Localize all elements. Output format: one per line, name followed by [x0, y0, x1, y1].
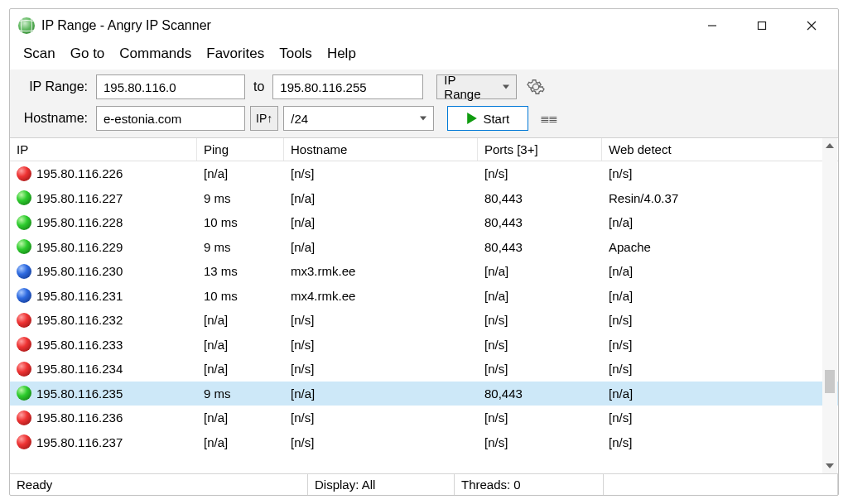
cell-hostname: [n/a]	[284, 210, 478, 235]
cell-ping: 9 ms	[197, 186, 284, 211]
cell-ports: [n/s]	[478, 430, 602, 455]
start-label: Start	[483, 112, 509, 126]
vertical-scrollbar[interactable]	[822, 138, 837, 473]
cell-ping: 9 ms	[197, 382, 284, 406]
col-header-ping[interactable]: Ping	[197, 138, 284, 161]
cell-hostname: mx3.rmk.ee	[284, 259, 478, 284]
menu-help[interactable]: Help	[320, 44, 363, 64]
status-dot-icon	[17, 264, 31, 279]
status-dot-icon	[17, 166, 31, 181]
fetchers-button[interactable]: ≣≣	[538, 106, 561, 131]
cell-ports: [n/a]	[478, 259, 602, 284]
status-dot-icon	[17, 386, 31, 401]
status-dot-icon	[17, 288, 31, 303]
cell-hostname: [n/s]	[284, 161, 478, 186]
cell-ip: 195.80.116.231	[36, 289, 123, 303]
col-header-web[interactable]: Web detect	[602, 138, 838, 161]
start-button[interactable]: Start	[447, 106, 528, 131]
col-header-ip[interactable]: IP	[10, 138, 197, 161]
cell-web: [n/s]	[602, 357, 838, 382]
minimize-button[interactable]	[687, 11, 737, 41]
table-row[interactable]: 195.80.116.22810 ms[n/a]80,443[n/a]	[10, 210, 838, 235]
cell-ports: [n/s]	[478, 161, 602, 186]
feeder-select[interactable]: IP Range	[436, 74, 517, 99]
table-header: IP Ping Hostname Ports [3+] Web detect	[10, 138, 838, 161]
cell-ping: [n/a]	[197, 333, 284, 358]
ip-start-input[interactable]	[96, 74, 245, 99]
table-row[interactable]: 195.80.116.232[n/a][n/s][n/s][n/s]	[10, 308, 838, 333]
menu-favorites[interactable]: Favorites	[200, 44, 271, 64]
cell-web: Apache	[602, 235, 838, 260]
cell-ip: 195.80.116.227	[36, 191, 123, 205]
hostname-label: Hostname:	[18, 111, 91, 126]
cell-ip: 195.80.116.229	[36, 240, 123, 254]
cell-ports: [n/s]	[478, 357, 602, 382]
cell-hostname: [n/s]	[284, 430, 478, 455]
col-header-hostname[interactable]: Hostname	[284, 138, 478, 161]
status-ready: Ready	[10, 474, 308, 495]
statusbar: Ready Display: All Threads: 0	[10, 473, 838, 495]
cell-ip: 195.80.116.237	[36, 435, 123, 449]
table-row[interactable]: 195.80.116.2279 ms[n/a]80,443Resin/4.0.3…	[10, 186, 838, 211]
close-button[interactable]	[787, 11, 836, 41]
app-icon	[18, 17, 35, 34]
hostname-input[interactable]	[96, 106, 245, 131]
cell-ip: 195.80.116.226	[36, 166, 123, 180]
svg-rect-1	[759, 22, 766, 30]
maximize-button[interactable]	[737, 11, 787, 41]
table-row[interactable]: 195.80.116.226[n/a][n/s][n/s][n/s]	[10, 161, 838, 186]
titlebar: IP Range - Angry IP Scanner	[10, 9, 838, 42]
status-dot-icon	[17, 410, 31, 425]
cell-hostname: mx4.rmk.ee	[284, 284, 478, 309]
status-dot-icon	[17, 215, 31, 230]
menu-scan[interactable]: Scan	[17, 44, 62, 64]
table-row[interactable]: 195.80.116.236[n/a][n/s][n/s][n/s]	[10, 406, 838, 430]
table-row[interactable]: 195.80.116.23110 msmx4.rmk.ee[n/a][n/a]	[10, 284, 838, 309]
menu-commands[interactable]: Commands	[113, 44, 198, 64]
cell-ports: 80,443	[478, 210, 602, 235]
cell-ping: 10 ms	[197, 210, 284, 235]
cell-ip: 195.80.116.230	[36, 264, 123, 278]
cell-ping: 10 ms	[197, 284, 284, 309]
scroll-down-icon[interactable]	[826, 463, 834, 468]
cell-hostname: [n/s]	[284, 406, 478, 430]
cell-web: [n/s]	[602, 333, 838, 358]
table-row[interactable]: 195.80.116.233[n/a][n/s][n/s][n/s]	[10, 333, 838, 358]
ip-up-button[interactable]: IP↑	[250, 106, 278, 131]
cell-web: [n/a]	[602, 284, 838, 309]
cell-ip: 195.80.116.235	[36, 386, 123, 401]
cell-ip: 195.80.116.234	[36, 362, 123, 376]
cell-ports: 80,443	[478, 235, 602, 260]
table-row[interactable]: 195.80.116.234[n/a][n/s][n/s][n/s]	[10, 357, 838, 382]
col-header-ports[interactable]: Ports [3+]	[478, 138, 602, 161]
cell-ping: [n/a]	[197, 357, 284, 382]
cell-web: Resin/4.0.37	[602, 186, 838, 211]
cell-web: [n/s]	[602, 308, 838, 333]
status-dot-icon	[17, 313, 31, 328]
status-dot-icon	[17, 362, 31, 377]
cell-web: [n/a]	[602, 210, 838, 235]
cell-web: [n/a]	[602, 259, 838, 284]
cell-ports: [n/s]	[478, 406, 602, 430]
cell-ports: [n/s]	[478, 333, 602, 358]
table-row[interactable]: 195.80.116.2359 ms[n/a]80,443[n/a]	[10, 382, 838, 406]
scroll-up-icon[interactable]	[826, 143, 834, 148]
cell-hostname: [n/s]	[284, 333, 478, 358]
table-row[interactable]: 195.80.116.2299 ms[n/a]80,443Apache	[10, 235, 838, 260]
table-row[interactable]: 195.80.116.237[n/a][n/s][n/s][n/s]	[10, 430, 838, 455]
cell-ip: 195.80.116.228	[36, 215, 123, 229]
window-title: IP Range - Angry IP Scanner	[41, 18, 211, 33]
menu-goto[interactable]: Go to	[64, 44, 112, 64]
cell-ip: 195.80.116.233	[36, 338, 123, 352]
settings-button[interactable]	[523, 74, 548, 99]
status-threads: Threads: 0	[455, 474, 604, 495]
netmask-select[interactable]: /24	[283, 106, 434, 131]
status-empty	[604, 474, 838, 495]
results-table: IP Ping Hostname Ports [3+] Web detect 1…	[10, 137, 838, 473]
menu-tools[interactable]: Tools	[272, 44, 319, 64]
scroll-thumb[interactable]	[825, 370, 835, 393]
cell-web: [n/s]	[602, 161, 838, 186]
cell-hostname: [n/a]	[284, 186, 478, 211]
table-row[interactable]: 195.80.116.23013 msmx3.rmk.ee[n/a][n/a]	[10, 259, 838, 284]
ip-end-input[interactable]	[272, 74, 423, 99]
